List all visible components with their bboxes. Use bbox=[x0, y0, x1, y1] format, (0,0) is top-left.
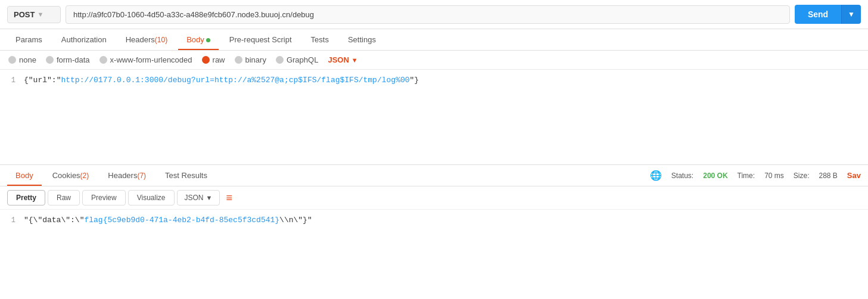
url-input[interactable] bbox=[66, 5, 790, 24]
radio-form-data[interactable]: form-data bbox=[46, 55, 90, 64]
body-type-row: none form-data x-www-form-urlencoded raw… bbox=[0, 51, 868, 70]
radio-binary-circle bbox=[235, 56, 242, 64]
radio-graphql[interactable]: GraphQL bbox=[276, 55, 318, 64]
time-label: Time: bbox=[738, 172, 755, 180]
json-select-arrow: ▼ bbox=[351, 57, 358, 64]
tab-pre-request[interactable]: Pre-request Script bbox=[221, 29, 300, 50]
status-label: Status: bbox=[671, 172, 693, 180]
url-value: http://0177.0.0.1:3000/debug?url=http://… bbox=[61, 76, 409, 85]
method-arrow: ▼ bbox=[37, 11, 43, 18]
radio-form-data-circle bbox=[46, 56, 54, 64]
request-body-editor[interactable]: 1 {"url":"http://0177.0.0.1:3000/debug?u… bbox=[0, 70, 868, 165]
radio-raw[interactable]: raw bbox=[202, 55, 225, 64]
tab-params[interactable]: Params bbox=[7, 29, 51, 50]
resp-line-1: 1 "{\"data\":\"flag{5c9eb9d0-471a-4eb2-b… bbox=[0, 214, 868, 226]
radio-urlencoded-circle bbox=[99, 56, 107, 64]
send-btn-group: Send ▼ bbox=[795, 5, 861, 24]
code-content-1: {"url":"http://0177.0.0.1:3000/debug?url… bbox=[24, 76, 868, 85]
tab-tests[interactable]: Tests bbox=[303, 29, 337, 50]
rtab-headers[interactable]: Headers(7) bbox=[99, 165, 154, 186]
size-label: Size: bbox=[794, 172, 810, 180]
save-button[interactable]: Sav bbox=[847, 171, 861, 180]
resp-line-number-1: 1 bbox=[0, 216, 24, 225]
size-value: 288 B bbox=[819, 172, 838, 180]
radio-urlencoded[interactable]: x-www-form-urlencoded bbox=[99, 55, 192, 64]
response-tabs: Body Cookies(2) Headers(7) Test Results … bbox=[0, 165, 868, 186]
radio-none-circle bbox=[8, 56, 16, 64]
method-label: POST bbox=[14, 10, 35, 19]
time-value: 70 ms bbox=[764, 172, 784, 180]
format-pretty[interactable]: Pretty bbox=[7, 190, 45, 205]
format-raw[interactable]: Raw bbox=[48, 190, 80, 205]
line-number-1: 1 bbox=[0, 76, 24, 85]
rtab-cookies[interactable]: Cookies(2) bbox=[44, 165, 98, 186]
radio-binary[interactable]: binary bbox=[235, 55, 266, 64]
open-brace: { bbox=[24, 76, 29, 85]
tab-body[interactable]: Body bbox=[178, 29, 219, 50]
send-arrow-button[interactable]: ▼ bbox=[841, 5, 861, 24]
request-tabs: Params Authorization Headers(10) Body Pr… bbox=[0, 29, 868, 51]
tab-headers[interactable]: Headers(10) bbox=[117, 29, 176, 50]
status-bar: 🌐 Status: 200 OK Time: 70 ms Size: 288 B… bbox=[650, 170, 861, 181]
format-row: Pretty Raw Preview Visualize JSON ▼ ≡ bbox=[0, 186, 868, 210]
response-body: 1 "{\"data\":\"flag{5c9eb9d0-471a-4eb2-b… bbox=[0, 210, 868, 231]
globe-icon[interactable]: 🌐 bbox=[650, 170, 662, 181]
radio-none[interactable]: none bbox=[8, 55, 36, 64]
method-select[interactable]: POST ▼ bbox=[7, 6, 61, 23]
tab-authorization[interactable]: Authorization bbox=[53, 29, 115, 50]
response-json-select[interactable]: JSON ▼ bbox=[177, 190, 220, 205]
rtab-body[interactable]: Body bbox=[7, 165, 42, 186]
send-button[interactable]: Send bbox=[795, 5, 841, 24]
tab-settings[interactable]: Settings bbox=[340, 29, 384, 50]
status-value: 200 OK bbox=[703, 172, 727, 180]
json-type-select[interactable]: JSON ▼ bbox=[328, 55, 357, 64]
code-line-1: 1 {"url":"http://0177.0.0.1:3000/debug?u… bbox=[0, 74, 868, 86]
format-preview[interactable]: Preview bbox=[82, 190, 126, 205]
radio-graphql-circle bbox=[276, 56, 284, 64]
json-fmt-arrow: ▼ bbox=[206, 194, 213, 201]
rtab-test-results[interactable]: Test Results bbox=[157, 165, 216, 186]
close-brace: } bbox=[414, 76, 419, 85]
sort-icon[interactable]: ≡ bbox=[222, 191, 236, 205]
resp-content-1: "{\"data\":\"flag{5c9eb9d0-471a-4eb2-b4f… bbox=[24, 216, 312, 225]
top-bar: POST ▼ Send ▼ bbox=[0, 0, 868, 29]
radio-raw-circle bbox=[202, 56, 210, 64]
format-visualize[interactable]: Visualize bbox=[128, 190, 175, 205]
body-dot bbox=[206, 38, 210, 42]
